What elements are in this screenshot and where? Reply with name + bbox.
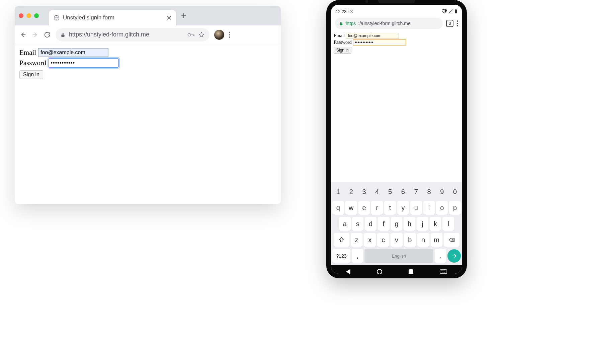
key-icon[interactable] [187, 32, 195, 37]
key-p[interactable]: p [449, 201, 461, 215]
key-9[interactable]: 9 [436, 185, 448, 199]
space-key[interactable]: English [364, 249, 433, 263]
key-y[interactable]: y [397, 201, 409, 215]
key-4[interactable]: 4 [371, 185, 383, 199]
key-o[interactable]: o [436, 201, 448, 215]
key-0[interactable]: 0 [449, 185, 461, 199]
url-scheme: https [346, 21, 356, 26]
nav-recent-button[interactable] [409, 269, 413, 274]
enter-key[interactable] [447, 249, 461, 263]
key-d[interactable]: d [365, 217, 376, 231]
lock-icon [339, 21, 343, 26]
tab-title: Unstyled signin form [63, 14, 163, 21]
soft-keyboard: 1 2 3 4 5 6 7 8 9 0 q w e r t y u i o [331, 182, 462, 265]
url-rest: ://unstyled-form.glitch.me [358, 21, 410, 26]
phone-screen: 12:23 https://unstyled-form.glitch.me 3 … [331, 5, 462, 274]
tab-switcher-button[interactable]: 3 [446, 20, 453, 27]
key-j[interactable]: j [417, 217, 428, 231]
reload-button[interactable] [44, 31, 51, 38]
battery-icon [454, 9, 457, 14]
key-f[interactable]: f [378, 217, 390, 231]
key-3[interactable]: 3 [358, 185, 370, 199]
key-c[interactable]: c [377, 233, 389, 247]
comma-key[interactable]: , [352, 249, 363, 263]
email-field[interactable] [38, 48, 108, 57]
key-k[interactable]: k [430, 217, 441, 231]
profile-avatar[interactable] [214, 30, 224, 40]
key-a[interactable]: a [339, 217, 351, 231]
key-i[interactable]: i [423, 201, 435, 215]
browser-menu-button[interactable] [229, 32, 230, 38]
keyboard-row-numbers: 1 2 3 4 5 6 7 8 9 0 [332, 185, 461, 199]
key-x[interactable]: x [364, 233, 376, 247]
numeric-toggle-key[interactable]: ?123 [332, 249, 350, 263]
key-7[interactable]: 7 [410, 185, 422, 199]
new-tab-button[interactable] [181, 13, 187, 19]
close-window-button[interactable] [19, 13, 23, 18]
forward-button[interactable] [31, 31, 39, 38]
key-2[interactable]: 2 [345, 185, 357, 199]
key-e[interactable]: e [358, 201, 370, 215]
key-u[interactable]: u [410, 201, 422, 215]
browser-tab[interactable]: Unstyled signin form [49, 10, 176, 25]
key-1[interactable]: 1 [332, 185, 344, 199]
keyboard-row-bottom: ?123 , English . [332, 249, 461, 263]
key-s[interactable]: s [352, 217, 364, 231]
bookmark-star-icon[interactable] [198, 31, 205, 38]
key-g[interactable]: g [391, 217, 403, 231]
phone-page-content: Email Password Sign in [331, 31, 462, 182]
key-8[interactable]: 8 [423, 185, 435, 199]
phone-address-bar[interactable]: https://unstyled-form.glitch.me [335, 18, 443, 29]
key-b[interactable]: b [404, 233, 416, 247]
key-n[interactable]: n [417, 233, 429, 247]
key-h[interactable]: h [404, 217, 415, 231]
alarm-icon [349, 9, 354, 14]
key-t[interactable]: t [384, 201, 396, 215]
password-field[interactable] [353, 39, 406, 46]
key-q[interactable]: q [332, 201, 344, 215]
key-v[interactable]: v [391, 233, 403, 247]
key-z[interactable]: z [351, 233, 363, 247]
backspace-key[interactable] [444, 233, 459, 247]
svg-rect-6 [340, 23, 343, 25]
globe-icon [54, 15, 60, 21]
key-5[interactable]: 5 [384, 185, 396, 199]
shift-key[interactable] [334, 233, 349, 247]
signin-button[interactable]: Sign in [19, 70, 43, 79]
wifi-icon [442, 9, 447, 13]
cell-signal-icon [448, 9, 453, 13]
email-field[interactable] [346, 33, 399, 39]
window-controls [19, 13, 49, 18]
key-w[interactable]: w [345, 201, 357, 215]
maximize-window-button[interactable] [34, 13, 39, 18]
password-row: Password [19, 58, 276, 68]
nav-home-button[interactable] [377, 269, 382, 274]
password-field[interactable] [49, 58, 119, 68]
email-row: Email [334, 33, 459, 39]
address-bar[interactable]: https://unstyled-form.glitch.me [56, 28, 209, 41]
status-time: 12:23 [336, 9, 347, 14]
key-r[interactable]: r [371, 201, 383, 215]
svg-rect-5 [455, 9, 456, 10]
svg-rect-4 [455, 10, 457, 13]
phone-menu-button[interactable] [457, 20, 458, 26]
key-l[interactable]: l [442, 217, 454, 231]
back-button[interactable] [19, 31, 27, 38]
nav-back-button[interactable] [346, 269, 350, 274]
svg-rect-7 [440, 270, 446, 274]
keyboard-row-z: z x c v b n m [332, 233, 461, 247]
close-tab-icon[interactable] [167, 15, 171, 20]
android-nav-bar [331, 265, 462, 274]
lock-icon [60, 32, 66, 37]
phone-urlbar: https://unstyled-form.glitch.me 3 [331, 16, 462, 31]
key-6[interactable]: 6 [397, 185, 409, 199]
signin-button[interactable]: Sign in [334, 47, 351, 54]
key-m[interactable]: m [431, 233, 443, 247]
keyboard-switch-icon[interactable] [440, 269, 447, 274]
period-key[interactable]: . [435, 249, 446, 263]
minimize-window-button[interactable] [26, 13, 31, 18]
email-row: Email [19, 48, 276, 57]
email-label: Email [19, 49, 36, 57]
email-label: Email [334, 33, 345, 38]
password-label: Password [334, 40, 352, 45]
